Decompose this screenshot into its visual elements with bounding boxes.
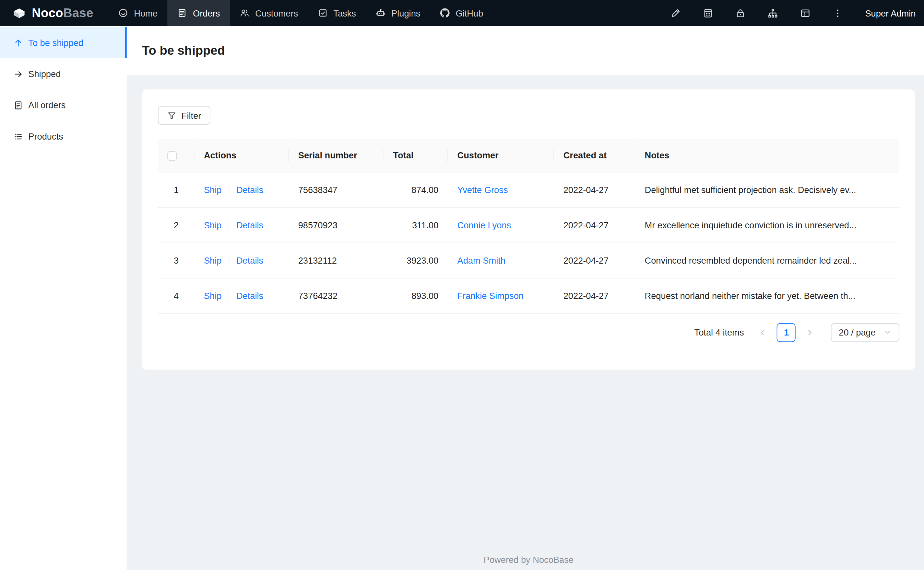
sidebar-item-label: Shipped	[28, 69, 61, 79]
ship-link[interactable]: Ship	[204, 291, 222, 300]
filter-icon	[167, 111, 176, 120]
table-header-row: Actions Serial number Total Customer Cre…	[158, 139, 899, 172]
user-menu[interactable]: Super Admin	[865, 8, 916, 18]
nav-label: Tasks	[333, 8, 356, 18]
customer-cell: Frankie Simpson	[448, 278, 554, 313]
nav-label: GitHub	[455, 8, 483, 18]
page-title: To be shipped	[142, 43, 225, 58]
details-link[interactable]: Details	[236, 220, 263, 230]
serial-cell: 98570923	[289, 207, 384, 242]
nav-item-home[interactable]: Home	[109, 0, 168, 26]
row-actions: ShipDetails	[195, 207, 289, 242]
created-at-cell: 2022-04-27	[554, 172, 635, 207]
org-chart-icon[interactable]	[768, 8, 778, 18]
page-header: To be shipped	[127, 26, 924, 75]
content-area: Filter Actions Serial number Total Cus	[127, 75, 924, 570]
ship-link[interactable]: Ship	[204, 255, 222, 265]
plugins-icon	[376, 8, 386, 17]
serial-cell: 75638347	[289, 172, 384, 207]
nav-label: Plugins	[391, 8, 420, 18]
select-all-header	[158, 139, 195, 172]
logo-text-secondary: Base	[63, 6, 93, 20]
more-vertical-icon[interactable]	[833, 8, 843, 18]
select-all-checkbox[interactable]	[167, 151, 177, 161]
nav-item-plugins[interactable]: Plugins	[366, 0, 430, 26]
arrow-right-icon	[14, 69, 23, 79]
highlighter-icon[interactable]	[671, 8, 681, 18]
nav-label: Home	[134, 8, 158, 18]
nav-label: Customers	[255, 8, 298, 18]
github-icon	[440, 8, 450, 17]
details-link[interactable]: Details	[236, 291, 263, 300]
ship-link[interactable]: Ship	[204, 220, 222, 230]
customer-cell: Adam Smith	[448, 242, 554, 278]
row-actions: ShipDetails	[195, 278, 289, 313]
home-icon	[119, 8, 128, 17]
total-cell: 3923.00	[384, 242, 448, 278]
orders-card: Filter Actions Serial number Total Cus	[142, 89, 915, 369]
column-header-total: Total	[384, 139, 448, 172]
tasks-icon	[318, 8, 327, 17]
sidebar-item-all-orders[interactable]: All orders	[0, 89, 127, 121]
chevron-down-icon	[884, 328, 892, 336]
serial-cell: 23132112	[289, 242, 384, 278]
collections-icon[interactable]	[703, 8, 713, 18]
pagination-next-button[interactable]	[801, 323, 819, 342]
page-size-select[interactable]: 20 / page	[831, 323, 899, 342]
sidebar-item-shipped[interactable]: Shipped	[0, 58, 127, 89]
sidebar-item-label: All orders	[28, 100, 66, 110]
column-header-serial: Serial number	[289, 139, 384, 172]
top-nav: Home Orders Customers	[109, 0, 493, 26]
nav-item-customers[interactable]: Customers	[230, 0, 308, 26]
nav-item-orders[interactable]: Orders	[168, 0, 230, 26]
table-row: 3 ShipDetails 23132112 3923.00 Adam Smit…	[158, 242, 899, 278]
notes-cell: Delightful met sufficient projection ask…	[635, 172, 899, 207]
created-at-cell: 2022-04-27	[554, 242, 635, 278]
customer-link[interactable]: Yvette Gross	[457, 185, 508, 195]
sidebar-item-label: To be shipped	[28, 38, 83, 48]
pagination-prev-button[interactable]	[753, 323, 772, 342]
nocobase-logo-icon	[12, 6, 26, 20]
customer-link[interactable]: Adam Smith	[457, 255, 506, 265]
table-row: 4 ShipDetails 73764232 893.00 Frankie Si…	[158, 278, 899, 313]
orders-file-icon	[14, 100, 23, 110]
logo-text-primary: Noco	[32, 6, 63, 20]
row-index: 3	[158, 242, 195, 278]
sidebar-item-to-be-shipped[interactable]: To be shipped	[0, 27, 127, 58]
customer-link[interactable]: Connie Lyons	[457, 220, 511, 230]
topbar: NocoBase Home Orders	[0, 0, 924, 26]
layout-icon[interactable]	[800, 8, 810, 18]
customer-cell: Connie Lyons	[448, 207, 554, 242]
customer-cell: Yvette Gross	[448, 172, 554, 207]
nav-item-github[interactable]: GitHub	[430, 0, 493, 26]
arrow-up-icon	[14, 38, 23, 47]
customers-icon	[240, 8, 249, 17]
lock-icon[interactable]	[736, 8, 746, 18]
row-index: 4	[158, 278, 195, 313]
powered-by-footer: Powered by NocoBase	[142, 555, 915, 564]
nav-item-tasks[interactable]: Tasks	[308, 0, 366, 26]
pagination-page-1[interactable]: 1	[777, 323, 796, 342]
row-index: 1	[158, 172, 195, 207]
row-index: 2	[158, 207, 195, 242]
column-header-notes: Notes	[635, 139, 899, 172]
ship-link[interactable]: Ship	[204, 185, 222, 195]
topbar-actions: Super Admin	[671, 8, 924, 18]
pagination-total: Total 4 items	[695, 328, 744, 337]
row-actions: ShipDetails	[195, 172, 289, 207]
nocobase-logo[interactable]: NocoBase	[0, 6, 109, 20]
action-divider	[229, 256, 229, 265]
orders-icon	[178, 8, 187, 17]
details-link[interactable]: Details	[236, 255, 263, 265]
pagination: Total 4 items 1 20 / page	[158, 323, 899, 342]
filter-button[interactable]: Filter	[158, 106, 211, 125]
serial-cell: 73764232	[289, 278, 384, 313]
column-header-actions: Actions	[195, 139, 289, 172]
customer-link[interactable]: Frankie Simpson	[457, 291, 524, 300]
sidebar-item-products[interactable]: Products	[0, 121, 127, 152]
column-header-customer: Customer	[448, 139, 554, 172]
details-link[interactable]: Details	[236, 185, 263, 195]
table-row: 2 ShipDetails 98570923 311.00 Connie Lyo…	[158, 207, 899, 242]
total-cell: 311.00	[384, 207, 448, 242]
table-row: 1 ShipDetails 75638347 874.00 Yvette Gro…	[158, 172, 899, 207]
